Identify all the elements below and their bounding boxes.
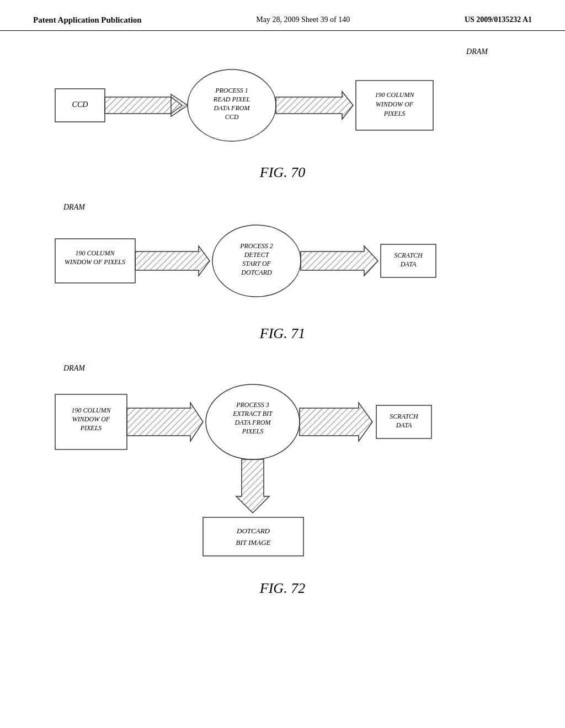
svg-text:WINDOW OF: WINDOW OF (376, 100, 414, 108)
svg-text:PROCESS 2: PROCESS 2 (239, 242, 273, 250)
svg-rect-45 (203, 517, 303, 556)
svg-text:PIXELS: PIXELS (242, 427, 264, 435)
svg-text:CCD: CCD (72, 100, 88, 109)
svg-text:WINDOW OF PIXELS: WINDOW OF PIXELS (65, 258, 125, 266)
svg-text:PIXELS: PIXELS (80, 424, 102, 432)
svg-text:DATA: DATA (396, 421, 412, 429)
svg-text:DOTCARD: DOTCARD (236, 527, 270, 535)
svg-marker-3 (105, 97, 182, 114)
svg-text:DATA FROM: DATA FROM (234, 419, 271, 426)
svg-text:DATA: DATA (400, 260, 417, 268)
svg-text:BIT IMAGE: BIT IMAGE (236, 538, 271, 547)
svg-text:PROCESS 1: PROCESS 1 (215, 87, 248, 94)
svg-marker-10 (276, 92, 353, 119)
svg-text:WINDOW OF: WINDOW OF (72, 415, 110, 423)
header-patent-number: US 2009/0135232 A1 (465, 15, 532, 24)
svg-text:190 COLUMN: 190 COLUMN (75, 249, 115, 257)
svg-text:190 COLUMN: 190 COLUMN (71, 406, 111, 414)
figure-72-section: DRAM 190 COLUMN WINDOW OF PIXELS PROCESS (33, 364, 532, 597)
svg-marker-4 (171, 94, 188, 116)
svg-text:EXTRACT BIT: EXTRACT BIT (232, 410, 273, 417)
figure-72-diagram: DRAM 190 COLUMN WINDOW OF PIXELS PROCESS (33, 364, 532, 574)
fig72-label: FIG. 72 (33, 580, 532, 597)
svg-text:PIXELS: PIXELS (383, 110, 406, 117)
svg-text:START OF: START OF (242, 260, 271, 267)
page-header: Patent Application Publication May 28, 2… (0, 0, 565, 31)
fig71-dram-label: DRAM (63, 203, 85, 212)
svg-text:190 COLUMN: 190 COLUMN (375, 91, 414, 99)
svg-text:CCD: CCD (225, 113, 239, 121)
fig71-label: FIG. 71 (33, 325, 532, 342)
header-publication-title: Patent Application Publication (33, 15, 142, 25)
fig72-svg: 190 COLUMN WINDOW OF PIXELS PROCESS 3 EX… (50, 375, 524, 574)
svg-marker-34 (127, 403, 203, 441)
svg-marker-44 (236, 459, 269, 513)
figure-71-diagram: DRAM 190 COLUMN WINDOW OF PIXELS PROCESS… (33, 203, 532, 319)
fig71-svg: 190 COLUMN WINDOW OF PIXELS PROCESS 2 DE… (50, 214, 524, 311)
svg-text:SCRATCH: SCRATCH (394, 251, 423, 259)
svg-text:READ PIXEL: READ PIXEL (213, 95, 250, 103)
svg-text:DOTCARD: DOTCARD (241, 269, 272, 276)
fig72-dram-label: DRAM (63, 364, 85, 373)
fig70-svg: CCD PROCESS 1 READ PIXEL DATA FROM CCD (50, 58, 524, 152)
svg-marker-19 (135, 246, 210, 276)
header-sheet-info: May 28, 2009 Sheet 39 of 140 (256, 15, 350, 24)
figure-71-section: DRAM 190 COLUMN WINDOW OF PIXELS PROCESS… (33, 203, 532, 342)
svg-text:SCRATCH: SCRATCH (390, 413, 419, 420)
svg-text:DETECT: DETECT (244, 251, 270, 259)
page-content: DRAM CCD PROCES (0, 31, 565, 635)
fig70-label: FIG. 70 (33, 164, 532, 181)
svg-marker-40 (300, 403, 372, 441)
svg-text:DATA FROM: DATA FROM (214, 104, 250, 112)
figure-70-diagram: DRAM CCD PROCES (33, 47, 532, 158)
svg-marker-25 (301, 246, 378, 276)
fig70-dram-label: DRAM (466, 47, 488, 56)
svg-text:PROCESS 3: PROCESS 3 (236, 401, 269, 409)
figure-70-section: DRAM CCD PROCES (33, 47, 532, 181)
